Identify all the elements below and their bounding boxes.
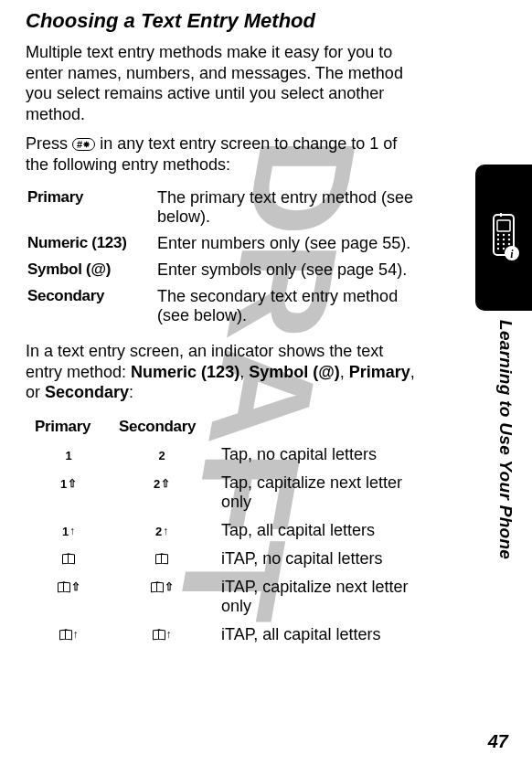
svg-point-4	[503, 234, 505, 236]
indicator-desc: Tap, no capital letters	[214, 441, 419, 468]
book-icon	[58, 582, 70, 592]
table-row: Symbol (@) Enter symbols only (see page …	[27, 258, 419, 282]
svg-point-8	[508, 239, 510, 240]
methods-table: Primary The primary text entry method (s…	[26, 184, 420, 330]
table-row: 1↑ 2↑ Tap, all capital letters	[27, 517, 419, 544]
indicator-table: Primary Secondary 1 2 Tap, no capital le…	[26, 412, 420, 650]
term-numeric-sym: (123)	[201, 363, 239, 381]
svg-point-6	[497, 239, 499, 240]
method-label: Secondary	[27, 284, 155, 328]
indicator-secondary-icon: ⇧	[112, 574, 212, 620]
table-row: Primary The primary text entry method (s…	[27, 186, 419, 229]
indicator-secondary-icon: ↑	[112, 622, 212, 648]
indicator-desc: Tap, capitalize next letter only	[214, 470, 419, 515]
svg-rect-1	[497, 220, 510, 231]
indicator-primary-icon: 1↑	[27, 517, 110, 544]
svg-point-12	[497, 248, 499, 250]
indicator-intro: In a text entry screen, an indicator sho…	[26, 341, 420, 403]
indicator-primary-icon: 1	[27, 441, 110, 468]
section-side-label: Learning to Use Your Phone	[495, 320, 516, 559]
term-secondary: Secondary	[45, 383, 129, 401]
page-content: Choosing a Text Entry Method Multiple te…	[0, 0, 457, 659]
svg-point-3	[497, 234, 499, 236]
term-primary: Primary	[349, 363, 410, 381]
method-desc: The primary text entry method (see below…	[157, 186, 419, 229]
method-label: Primary	[27, 186, 155, 229]
svg-point-9	[497, 243, 499, 245]
table-row: ↑ ↑ iTAP, all capital letters	[27, 622, 419, 648]
hash-key-icon: #⁕	[72, 138, 95, 151]
book-icon	[153, 630, 165, 640]
phone-info-icon: i	[488, 213, 519, 262]
indicator-desc: iTAP, all capital letters	[214, 622, 419, 648]
table-row: Numeric (123) Enter numbers only (see pa…	[27, 231, 419, 256]
indicator-secondary-icon: 2	[112, 441, 212, 468]
indicator-primary-icon: ↑	[27, 622, 110, 648]
table-row: 1 2 Tap, no capital letters	[27, 441, 419, 468]
indicator-primary-icon: ⇧	[27, 574, 110, 620]
indicator-desc: Tap, all capital letters	[214, 517, 419, 544]
book-icon	[59, 630, 72, 640]
section-thumb-tab: i	[475, 165, 532, 311]
term-symbol: Symbol	[249, 363, 308, 381]
book-icon	[62, 554, 75, 564]
table-row: 1⇧ 2⇧ Tap, capitalize next letter only	[27, 470, 419, 515]
indicator-header-secondary: Secondary	[112, 414, 212, 440]
indicator-secondary-icon: 2⇧	[112, 470, 212, 515]
svg-point-7	[503, 239, 505, 240]
indicator-secondary-icon: 2↑	[112, 517, 212, 544]
indicator-header-primary: Primary	[27, 414, 110, 440]
indicator-primary-icon	[27, 546, 110, 572]
svg-point-11	[508, 243, 510, 245]
indicator-primary-icon: 1⇧	[27, 470, 110, 515]
page-title: Choosing a Text Entry Method	[26, 9, 420, 33]
indicator-desc: iTAP, no capital letters	[214, 546, 419, 572]
intro-paragraph: Multiple text entry methods make it easy…	[26, 42, 420, 124]
term-numeric: Numeric	[131, 363, 197, 381]
table-row: iTAP, no capital letters	[27, 546, 419, 572]
indicator-desc: iTAP, capitalize next letter only	[214, 574, 419, 620]
term-symbol-sym: (@)	[313, 363, 340, 381]
method-desc: Enter symbols only (see page 54).	[157, 258, 419, 282]
book-icon	[151, 582, 164, 592]
table-row: ⇧ ⇧ iTAP, capitalize next letter only	[27, 574, 419, 620]
method-label: Numeric (123)	[27, 231, 155, 256]
method-label: Symbol (@)	[27, 258, 155, 282]
svg-point-13	[503, 248, 505, 250]
press-pre-text: Press	[26, 134, 72, 153]
svg-point-5	[508, 234, 510, 236]
table-row: Secondary The secondary text entry metho…	[27, 284, 419, 328]
method-desc: The secondary text entry method (see bel…	[157, 284, 419, 328]
page-number: 47	[488, 731, 508, 752]
press-instruction: Press #⁕ in any text entry screen to cha…	[26, 133, 420, 175]
indicator-secondary-icon	[112, 546, 212, 572]
method-desc: Enter numbers only (see page 55).	[157, 231, 419, 256]
book-icon	[155, 554, 168, 564]
svg-point-10	[503, 243, 505, 245]
